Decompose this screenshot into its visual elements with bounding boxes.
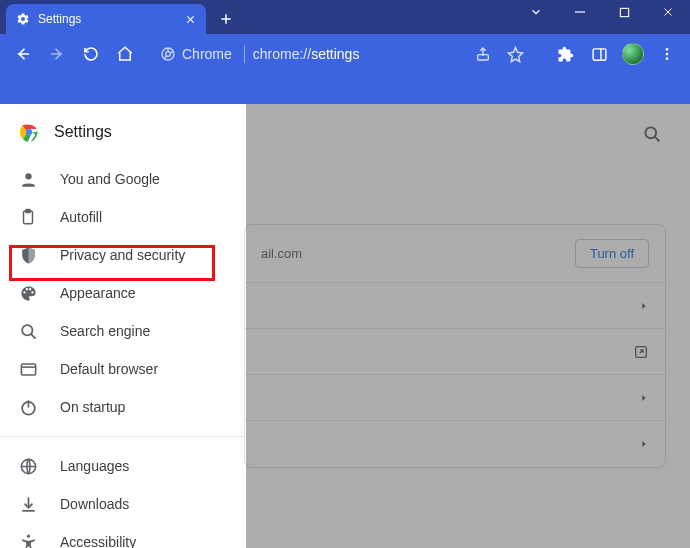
chrome-logo-icon	[18, 121, 40, 143]
share-icon[interactable]	[468, 39, 498, 69]
tab-search-button[interactable]	[514, 0, 558, 24]
sidebar-item-label: Privacy and security	[60, 247, 185, 263]
sidebar-item-privacy-security[interactable]: Privacy and security	[0, 236, 246, 274]
shield-icon	[18, 245, 38, 265]
sidebar-separator	[0, 436, 246, 437]
chrome-icon	[160, 46, 176, 62]
url-text: chrome://settings	[253, 46, 360, 62]
site-chip-label: Chrome	[182, 46, 232, 62]
close-window-button[interactable]	[646, 0, 690, 24]
svg-rect-0	[620, 8, 628, 16]
svg-point-7	[666, 57, 669, 60]
svg-point-5	[666, 48, 669, 51]
minimize-button[interactable]	[558, 0, 602, 24]
globe-icon	[18, 456, 38, 476]
sidebar-item-downloads[interactable]: Downloads	[0, 485, 246, 523]
svg-point-14	[22, 325, 32, 335]
menu-icon[interactable]	[652, 39, 682, 69]
sidebar-item-on-startup[interactable]: On startup	[0, 388, 246, 426]
sidebar-item-label: Search engine	[60, 323, 150, 339]
clipboard-icon	[18, 207, 38, 227]
content-area: Settings You and Google Autofill Privacy	[0, 104, 690, 548]
home-button[interactable]	[110, 39, 140, 69]
sidebar-item-search-engine[interactable]: Search engine	[0, 312, 246, 350]
sidebar-item-accessibility[interactable]: Accessibility	[0, 523, 246, 548]
omnibox-divider	[244, 45, 245, 63]
sidebar-item-label: Default browser	[60, 361, 158, 377]
browser-window-icon	[18, 359, 38, 379]
power-icon	[18, 397, 38, 417]
close-tab-button[interactable]	[185, 14, 196, 25]
extensions-icon[interactable]	[550, 39, 580, 69]
palette-icon	[18, 283, 38, 303]
sidebar-item-you-and-google[interactable]: You and Google	[0, 160, 246, 198]
forward-button[interactable]	[42, 39, 72, 69]
tab-title: Settings	[38, 12, 81, 26]
window-controls	[514, 0, 690, 34]
download-icon	[18, 494, 38, 514]
svg-point-11	[25, 173, 31, 179]
sidebar-item-autofill[interactable]: Autofill	[0, 198, 246, 236]
sidebar-item-label: Downloads	[60, 496, 129, 512]
main-panel: ail.com Turn off	[246, 104, 690, 548]
new-tab-button[interactable]	[212, 5, 240, 33]
svg-rect-13	[26, 210, 31, 213]
svg-rect-15	[21, 363, 35, 374]
gear-icon	[16, 12, 30, 26]
page-title: Settings	[54, 123, 112, 141]
main-panel-overlay	[246, 104, 690, 548]
sidebar-item-label: You and Google	[60, 171, 160, 187]
svg-point-18	[26, 534, 29, 537]
profile-avatar[interactable]	[618, 39, 648, 69]
sidebar-item-label: On startup	[60, 399, 125, 415]
sidebar-header: Settings	[0, 104, 246, 160]
person-icon	[18, 169, 38, 189]
omnibox[interactable]: Chrome chrome://settings	[150, 39, 540, 69]
sidebar-item-appearance[interactable]: Appearance	[0, 274, 246, 312]
browser-tab[interactable]: Settings	[6, 4, 206, 34]
back-button[interactable]	[8, 39, 38, 69]
sidebar-scroll[interactable]: You and Google Autofill Privacy and secu…	[0, 160, 246, 548]
svg-point-6	[666, 53, 669, 56]
sidebar-item-default-browser[interactable]: Default browser	[0, 350, 246, 388]
sidepanel-icon[interactable]	[584, 39, 614, 69]
sidebar-item-languages[interactable]: Languages	[0, 447, 246, 485]
sidebar-item-label: Autofill	[60, 209, 102, 225]
accessibility-icon	[18, 532, 38, 548]
search-icon	[18, 321, 38, 341]
site-chip[interactable]: Chrome	[154, 41, 242, 67]
maximize-button[interactable]	[602, 0, 646, 24]
reload-button[interactable]	[76, 39, 106, 69]
toolbar-extension	[0, 74, 690, 104]
toolbar: Chrome chrome://settings	[0, 34, 690, 74]
bookmark-icon[interactable]	[500, 39, 530, 69]
titlebar: Settings	[0, 0, 690, 34]
sidebar-item-label: Accessibility	[60, 534, 136, 548]
svg-rect-4	[593, 48, 606, 59]
sidebar-item-label: Appearance	[60, 285, 136, 301]
sidebar: Settings You and Google Autofill Privacy	[0, 104, 246, 548]
sidebar-item-label: Languages	[60, 458, 129, 474]
